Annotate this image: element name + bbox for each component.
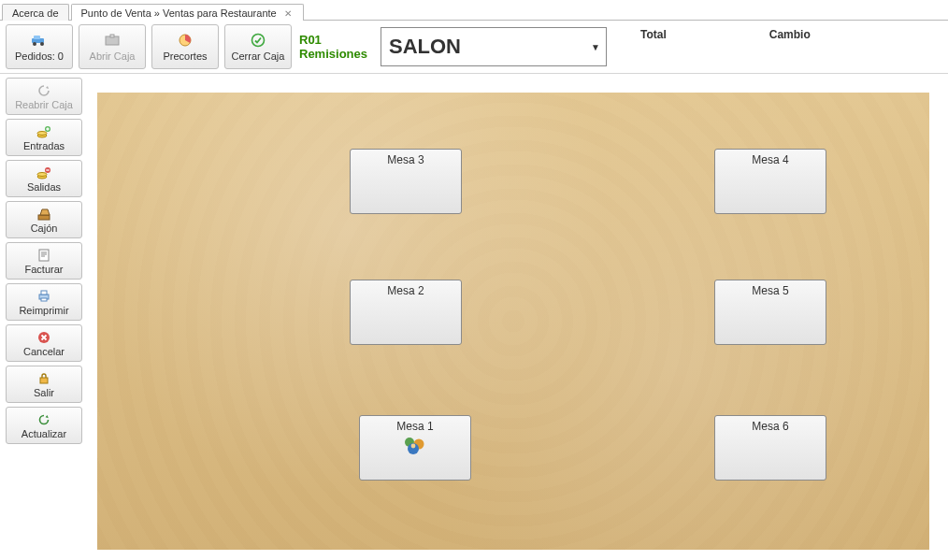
document-icon	[36, 248, 51, 263]
button-label: Cancelar	[23, 346, 65, 357]
mesa-6-button[interactable]: Mesa 6	[714, 415, 826, 481]
remision-block: R01 Remisiones	[299, 33, 367, 61]
reimprimir-button[interactable]: Reimprimir	[6, 283, 82, 321]
cerrar-caja-button[interactable]: Cerrar Caja	[224, 24, 292, 69]
svg-rect-15	[39, 250, 49, 261]
mesa-5-button[interactable]: Mesa 5	[714, 280, 826, 345]
svg-point-9	[37, 131, 47, 135]
refresh-icon	[36, 83, 51, 98]
button-label: Reabrir Caja	[15, 99, 73, 110]
mesa-label: Mesa 6	[752, 420, 788, 433]
car-icon	[31, 32, 48, 49]
cancelar-button[interactable]: Cancelar	[6, 324, 82, 362]
main-area: Reabrir Caja Entradas Salidas Cajón Fact	[0, 74, 948, 559]
mesa-3-button[interactable]: Mesa 3	[350, 149, 462, 214]
tab-bar: Acerca de Punto de Venta » Ventas para R…	[0, 0, 948, 21]
button-label: Cerrar Caja	[232, 50, 285, 62]
svg-rect-5	[110, 35, 114, 37]
abrir-caja-button[interactable]: Abrir Caja	[79, 24, 146, 69]
svg-rect-20	[40, 378, 48, 383]
precortes-button[interactable]: Precortes	[151, 24, 219, 69]
mesa-label: Mesa 5	[752, 284, 788, 297]
button-label: Entradas	[23, 140, 65, 151]
button-label: Salir	[34, 387, 54, 398]
button-label: Pedidos: 0	[15, 50, 64, 62]
button-label: Precortes	[163, 50, 207, 62]
box-icon	[104, 32, 121, 49]
button-label: Reimprimir	[19, 305, 68, 316]
svg-rect-18	[41, 298, 47, 301]
button-label: Salidas	[27, 181, 61, 193]
remision-code: R01	[299, 33, 367, 47]
total-label: Total	[640, 28, 667, 41]
cambio-label: Cambio	[769, 28, 811, 41]
tab-about[interactable]: Acerca de	[2, 4, 69, 21]
people-icon	[402, 435, 428, 462]
refresh-icon	[36, 412, 51, 427]
svg-point-12	[37, 172, 47, 176]
check-circle-icon	[250, 32, 266, 49]
coins-plus-icon	[36, 124, 51, 139]
svg-rect-3	[34, 36, 40, 39]
chart-pie-icon	[177, 32, 194, 49]
cancel-icon	[36, 330, 51, 345]
mesa-2-button[interactable]: Mesa 2	[350, 280, 462, 345]
mesa-label: Mesa 4	[752, 153, 788, 166]
button-label: Facturar	[25, 264, 64, 275]
remision-label: Remisiones	[299, 47, 367, 61]
button-label: Actualizar	[22, 428, 66, 439]
floor-plan: Mesa 3 Mesa 4 Mesa 2 Mesa 5 Mesa 1	[97, 93, 929, 550]
mesa-label: Mesa 3	[387, 153, 424, 166]
reabrir-caja-button[interactable]: Reabrir Caja	[6, 78, 82, 115]
svg-point-1	[33, 42, 36, 46]
floor-wrap: Mesa 3 Mesa 4 Mesa 2 Mesa 5 Mesa 1	[88, 74, 948, 559]
button-label: Cajón	[31, 223, 58, 234]
cash-register-icon	[36, 207, 51, 222]
tab-label: Acerca de	[12, 7, 59, 19]
tab-label: Punto de Venta » Ventas para Restaurante	[81, 7, 277, 19]
lock-icon	[36, 371, 51, 386]
coins-minus-icon	[36, 165, 51, 180]
printer-icon	[36, 289, 51, 304]
mesa-4-button[interactable]: Mesa 4	[714, 149, 826, 214]
actualizar-button[interactable]: Actualizar	[6, 407, 82, 444]
salon-dropdown[interactable]: SALON ▼	[381, 27, 607, 66]
close-icon[interactable]: ✕	[282, 7, 294, 19]
tab-pos-restaurant[interactable]: Punto de Venta » Ventas para Restaurante…	[71, 4, 304, 21]
mesa-1-button[interactable]: Mesa 1	[359, 415, 471, 481]
svg-point-24	[411, 444, 416, 449]
salir-button[interactable]: Salir	[6, 366, 82, 403]
sidebar: Reabrir Caja Entradas Salidas Cajón Fact	[0, 74, 88, 559]
salidas-button[interactable]: Salidas	[6, 160, 82, 197]
pedidos-button[interactable]: Pedidos: 0	[6, 24, 73, 69]
top-toolbar: Pedidos: 0 Abrir Caja Precortes Cerrar C…	[0, 21, 948, 74]
entradas-button[interactable]: Entradas	[6, 119, 82, 156]
svg-rect-14	[38, 215, 50, 220]
cajon-button[interactable]: Cajón	[6, 201, 82, 238]
svg-point-2	[40, 42, 44, 46]
mesa-label: Mesa 1	[396, 420, 433, 433]
salon-selected: SALON	[389, 35, 461, 59]
mesa-label: Mesa 2	[387, 284, 424, 297]
chevron-down-icon: ▼	[591, 42, 600, 52]
button-label: Abrir Caja	[90, 50, 136, 62]
facturar-button[interactable]: Facturar	[6, 242, 82, 280]
svg-rect-17	[41, 291, 47, 294]
totals-block: Total Cambio	[640, 24, 811, 41]
